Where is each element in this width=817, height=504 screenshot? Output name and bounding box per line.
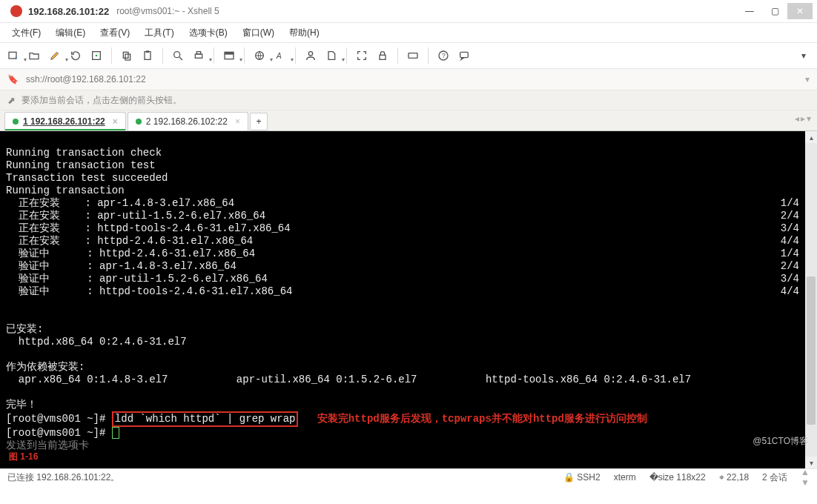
svg-line-9 — [179, 57, 182, 60]
status-cursor: ⌖ 22,18 — [719, 472, 749, 483]
scroll-thumb[interactable] — [807, 276, 816, 425]
scrollbar[interactable]: ▴ ▾ — [805, 131, 817, 468]
chat-icon[interactable] — [455, 47, 473, 64]
svg-rect-7 — [146, 50, 149, 53]
svg-text:+: + — [14, 55, 18, 62]
font-icon[interactable]: A▾ — [271, 47, 289, 64]
fullscreen-icon[interactable] — [353, 47, 371, 64]
menu-tabs[interactable]: 选项卡(B) — [182, 27, 235, 39]
figure-label: 图 1-16 — [6, 450, 41, 464]
svg-rect-17 — [380, 55, 386, 59]
tab-scroll-left-icon[interactable]: ◂ — [795, 113, 799, 124]
menu-help[interactable]: 帮助(H) — [282, 27, 327, 39]
user-icon[interactable] — [302, 47, 320, 64]
find-icon[interactable] — [169, 47, 187, 64]
cursor-icon — [112, 427, 119, 439]
terminal-area: Running transaction check Running transa… — [0, 131, 817, 468]
language-icon[interactable]: ▾ — [251, 47, 268, 64]
status-sessions: 2 会话 — [762, 471, 787, 484]
prompt: [root@vms001 ~]# — [6, 427, 112, 439]
menu-edit[interactable]: 编辑(E) — [48, 27, 93, 39]
status-connection: 已连接 192.168.26.101:22。 — [7, 471, 119, 484]
menu-file[interactable]: 文件(F) — [4, 27, 48, 39]
tab-close-icon[interactable]: × — [235, 116, 240, 127]
tab-scroll-right-icon[interactable]: ▸ — [801, 113, 805, 124]
svg-rect-6 — [145, 52, 150, 60]
session-tab-2[interactable]: 2 192.168.26.102:22 × — [128, 112, 248, 130]
status-dot-icon — [136, 119, 142, 125]
svg-text:?: ? — [442, 52, 446, 59]
app-icon — [10, 5, 22, 17]
address-input[interactable] — [24, 73, 799, 85]
svg-text:A: A — [276, 51, 282, 60]
tab2-label: 2 192.168.26.102:22 — [146, 116, 228, 127]
hint-text: 要添加当前会话，点击左侧的箭头按钮。 — [22, 94, 182, 107]
add-tab-button[interactable]: + — [250, 113, 268, 130]
title-host: 192.168.26.101:22 — [28, 6, 109, 17]
menu-window[interactable]: 窗口(W) — [235, 27, 282, 39]
close-button[interactable]: ✕ — [787, 3, 813, 19]
prompt: [root@vms001 ~]# — [6, 413, 112, 425]
address-bar: 🔖 ▾ — [0, 69, 817, 90]
status-term: xterm — [614, 472, 636, 483]
lock-icon[interactable] — [374, 47, 391, 64]
bookmark-icon[interactable]: 🔖 — [7, 74, 19, 84]
svg-rect-13 — [225, 52, 234, 54]
keyboard-icon[interactable] — [404, 47, 422, 64]
hint-arrow-icon[interactable]: ⬈ — [7, 95, 16, 106]
properties-icon[interactable] — [87, 47, 105, 64]
maximize-button[interactable]: ▢ — [762, 3, 787, 19]
status-proto: 🔒 SSH2 — [563, 472, 601, 483]
svg-rect-21 — [460, 52, 469, 57]
edit-icon[interactable]: ▾ — [46, 47, 64, 64]
annotation-text: 安装完httpd服务后发现，tcpwraps并不能对httpd服务进行访问控制 — [298, 413, 646, 425]
toolbar-overflow-icon[interactable]: ▾ — [795, 47, 813, 64]
reconnect-icon[interactable] — [67, 47, 85, 64]
tab-strip: 1 192.168.26.101:22 × 2 192.168.26.102:2… — [0, 110, 817, 131]
status-dot-icon — [13, 119, 19, 125]
toolbar: +▾ ▾ ▾ ▾ ▾ A▾ ▾ ? ▾ — [0, 43, 817, 69]
svg-point-8 — [174, 52, 180, 58]
title-suffix: root@vms001:~ - Xshell 5 — [116, 6, 219, 16]
menu-tools[interactable]: 工具(T) — [137, 27, 181, 39]
paste-icon[interactable] — [139, 47, 156, 64]
status-bar: 已连接 192.168.26.101:22。 🔒 SSH2 xterm �siz… — [0, 468, 817, 485]
svg-point-16 — [308, 52, 312, 56]
tab-list-icon[interactable]: ▾ — [807, 113, 811, 124]
svg-rect-18 — [408, 53, 417, 59]
scroll-track[interactable] — [805, 143, 817, 457]
svg-rect-11 — [196, 52, 200, 54]
new-session-icon[interactable]: +▾ — [4, 47, 22, 64]
status-size: �size 118x22 — [649, 472, 706, 483]
scroll-up-icon[interactable]: ▴ — [805, 131, 817, 143]
minimize-button[interactable]: — — [737, 3, 762, 19]
hint-bar: ⬈ 要添加当前会话，点击左侧的箭头按钮。 — [0, 90, 817, 110]
script-icon[interactable]: ▾ — [322, 47, 340, 64]
terminal[interactable]: Running transaction check Running transa… — [0, 131, 805, 468]
scroll-down-icon[interactable]: ▾ — [805, 457, 817, 468]
status-overflow-icon[interactable]: ▲▼ — [801, 467, 810, 488]
tab-close-icon[interactable]: × — [113, 116, 118, 127]
print-icon[interactable]: ▾ — [190, 47, 208, 64]
address-overflow-icon[interactable]: ▾ — [805, 74, 810, 84]
help-icon[interactable]: ? — [434, 47, 452, 64]
color-scheme-icon[interactable]: ▾ — [220, 47, 238, 64]
svg-point-3 — [96, 55, 98, 57]
copy-icon[interactable] — [118, 47, 136, 64]
highlighted-command: ldd `which httpd` | grep wrap — [112, 411, 299, 427]
tab1-label: 1 192.168.26.101:22 — [23, 116, 105, 127]
menu-view[interactable]: 查看(V) — [93, 27, 137, 39]
svg-rect-10 — [195, 54, 202, 58]
open-icon[interactable] — [25, 47, 43, 64]
session-tab-1[interactable]: 1 192.168.26.101:22 × — [4, 112, 126, 130]
menubar: 文件(F) 编辑(E) 查看(V) 工具(T) 选项卡(B) 窗口(W) 帮助(… — [0, 23, 817, 43]
window-titlebar: 192.168.26.101:22 root@vms001:~ - Xshell… — [0, 0, 817, 23]
